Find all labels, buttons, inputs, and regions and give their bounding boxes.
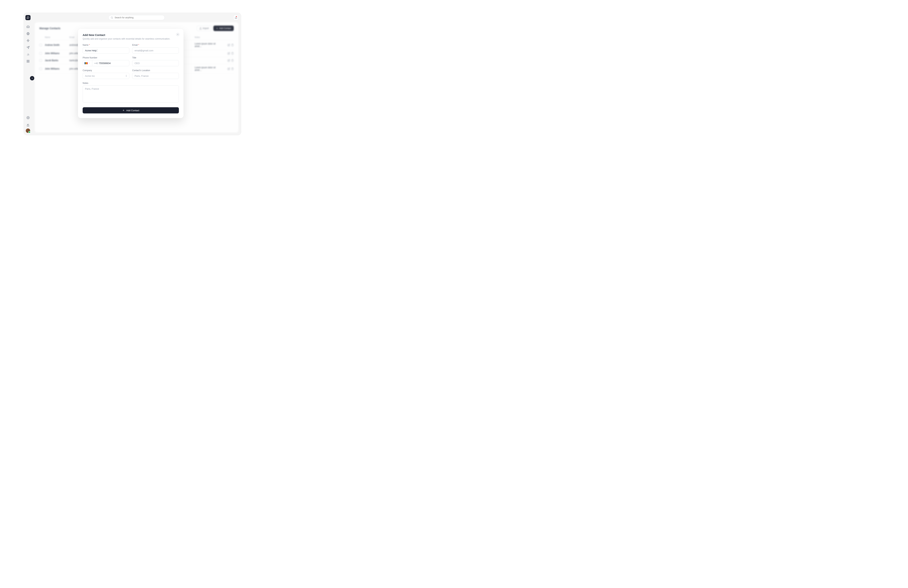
notification-button[interactable]: [233, 15, 238, 20]
search-icon: [111, 16, 113, 19]
upload-icon: [200, 27, 202, 30]
row-name: John Williams: [45, 67, 69, 70]
plus-icon: [216, 27, 218, 30]
add-contact-header-button[interactable]: Add Contact: [213, 26, 234, 31]
edit-icon[interactable]: [227, 44, 230, 46]
edit-icon[interactable]: [227, 52, 230, 55]
row-checkbox[interactable]: [39, 52, 42, 55]
user-avatar[interactable]: [26, 129, 30, 133]
row-checkbox[interactable]: [39, 59, 42, 62]
svg-rect-9: [28, 60, 29, 61]
svg-rect-8: [27, 60, 28, 61]
row-checkbox[interactable]: [39, 44, 42, 46]
company-label: Company: [83, 69, 129, 72]
svg-rect-11: [27, 61, 28, 62]
globe-icon[interactable]: [26, 31, 31, 36]
svg-rect-10: [28, 61, 29, 62]
edit-icon[interactable]: [227, 67, 230, 70]
delete-icon[interactable]: [231, 67, 234, 70]
search-input[interactable]: [114, 16, 163, 19]
svg-point-12: [27, 117, 28, 118]
location-label: Contact's Location: [132, 69, 179, 72]
edit-icon[interactable]: [227, 59, 230, 62]
phone-prefix: +40: [94, 62, 98, 64]
inbox-icon[interactable]: [26, 24, 31, 29]
phone-input[interactable]: +40 755599934: [83, 60, 129, 66]
location-input[interactable]: [132, 73, 179, 79]
topbar: [32, 13, 241, 22]
text-cursor: [97, 49, 97, 52]
import-button[interactable]: Import: [197, 26, 212, 31]
modal-title: Add New Contact: [83, 34, 179, 37]
modal-subtitle: Quickly add and organize your contacts w…: [83, 38, 179, 40]
add-contact-submit-button[interactable]: Add Contact: [83, 107, 179, 113]
notes-textarea[interactable]: [83, 85, 179, 103]
notes-label: Notes: [83, 82, 179, 84]
search-box[interactable]: [108, 15, 165, 20]
sidebar: art one: [24, 13, 32, 135]
country-code-selector[interactable]: [83, 60, 92, 66]
chevrons-up-down-icon: [125, 75, 127, 77]
svg-line-14: [113, 18, 113, 19]
chevron-down-icon: [89, 62, 90, 64]
lightning-icon[interactable]: [26, 38, 31, 43]
row-name: Andrew Smith: [45, 44, 69, 46]
row-name: Jacob Banks: [45, 59, 69, 62]
email-input[interactable]: [132, 47, 179, 53]
apps-icon[interactable]: [26, 59, 31, 64]
add-contact-modal: Add New Contact Quickly add and organize…: [78, 29, 184, 118]
chart-icon[interactable]: [26, 52, 31, 57]
romania-flag-icon: [85, 62, 87, 64]
email-label: Email *: [132, 44, 179, 46]
company-select[interactable]: [83, 73, 129, 79]
settings-icon[interactable]: [26, 115, 31, 120]
row-name: John Williams: [45, 52, 69, 55]
title-label: Title: [132, 56, 179, 59]
close-modal-button[interactable]: [176, 33, 180, 36]
bell-icon: [235, 16, 237, 19]
svg-point-13: [111, 17, 113, 18]
delete-icon[interactable]: [231, 44, 234, 46]
send-icon[interactable]: [26, 45, 31, 50]
delete-icon[interactable]: [231, 59, 234, 62]
name-input[interactable]: Acme Help: [83, 47, 129, 53]
phone-label: Phone Number: [83, 56, 129, 59]
close-icon: [177, 34, 179, 35]
app-logo[interactable]: [26, 15, 31, 20]
phone-number: 755599934: [99, 62, 111, 64]
title-input[interactable]: [132, 60, 179, 66]
name-label: Name *: [83, 44, 129, 46]
plus-icon: [122, 109, 125, 112]
row-checkbox[interactable]: [39, 67, 42, 70]
page-title: Manage Contacts: [39, 27, 61, 30]
row-notes: Lorem ipsum dolor sit amet…: [195, 66, 221, 71]
svg-marker-2: [27, 39, 29, 42]
brand-label: art one: [27, 124, 29, 127]
delete-icon[interactable]: [231, 52, 234, 55]
row-notes: Lorem ipsum dolor sit amet…: [195, 42, 221, 48]
